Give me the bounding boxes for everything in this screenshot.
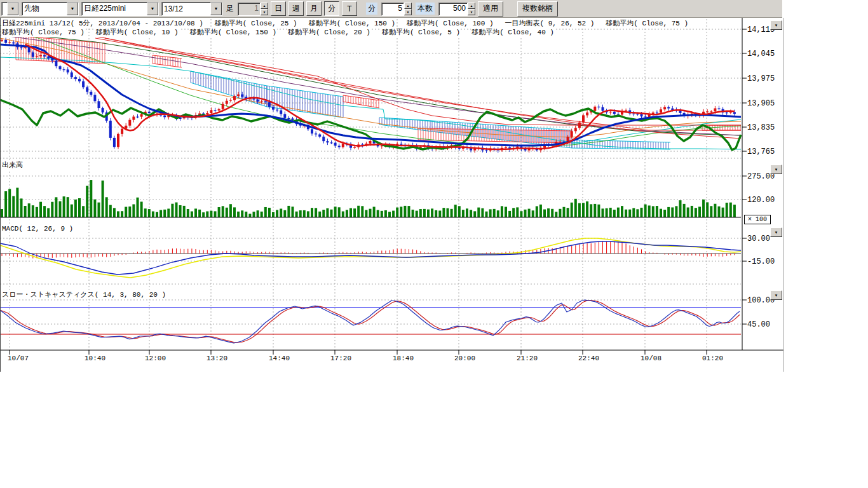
chevron-down-icon[interactable]: ▼: [67, 3, 78, 15]
legend-ma-25: 移動平均( Close, 25 ): [214, 18, 298, 28]
legend-ma-150: 移動平均( Close, 150 ): [308, 18, 396, 28]
gridlines: [0, 19, 741, 350]
category-value: 先物: [22, 3, 67, 14]
period-tick-button[interactable]: T: [342, 1, 357, 16]
chevron-down-icon: ▼: [775, 168, 778, 172]
spinner-down-icon[interactable]: ▼: [404, 9, 412, 15]
legend-ma-5: 移動平均( Close, 5 ): [381, 27, 461, 37]
apply-button[interactable]: 適用: [478, 1, 503, 17]
period-minute-button[interactable]: 分: [324, 1, 339, 16]
minute-label: 分: [366, 3, 377, 15]
contract-value: 13/12: [162, 4, 210, 13]
bar-interval-spinner[interactable]: 1 ▲ ▼: [238, 3, 268, 15]
volume-tick-label: 120.00: [747, 196, 775, 205]
macd-tick-label: 30.00: [747, 234, 770, 243]
stoch-panel-dropdown[interactable]: ▼: [770, 290, 782, 300]
legend-row-1: 日経225mini 13/12( 5分, 2013/10/04 - 2013/1…: [1, 18, 689, 28]
ichimoku-cloud: [16, 36, 741, 149]
price-tick-label: 13,765: [747, 147, 775, 156]
time-tick-label: 10/08: [641, 355, 661, 362]
symbol-value: 日経225mini: [82, 3, 147, 14]
time-tick-label: 10/07: [8, 355, 29, 362]
spinner-up-icon[interactable]: ▲: [468, 3, 475, 9]
contract-combobox[interactable]: 13/12 ▼: [161, 2, 222, 16]
chevron-down-icon[interactable]: ▼: [7, 3, 18, 15]
stoch-panel-series: [0, 300, 741, 343]
period-day-button[interactable]: 日: [271, 1, 286, 16]
time-tick-label: 01:20: [702, 355, 723, 362]
volume-bars: [1, 180, 736, 217]
count-value[interactable]: 500: [438, 3, 468, 16]
spinner-down-icon[interactable]: ▼: [468, 9, 475, 15]
time-tick-label: 22:40: [578, 355, 599, 362]
price-panel-dropdown[interactable]: ▼: [770, 20, 782, 30]
time-tick-label: 12:00: [145, 355, 166, 362]
bar-label: 足: [226, 3, 234, 14]
mini-combobox[interactable]: ▼: [1, 2, 19, 16]
bar-interval-value[interactable]: 1: [238, 3, 261, 16]
price-tick-label: 13,905: [747, 99, 775, 108]
legend-ma-40: 移動平均( Close, 40 ): [471, 27, 555, 37]
macd-panel-series: [0, 238, 741, 278]
category-combobox[interactable]: 先物 ▼: [22, 2, 79, 16]
spinner-up-icon[interactable]: ▲: [261, 3, 268, 9]
price-tick-label: 13,835: [747, 123, 775, 132]
legend-ichimoku: 一目均衡表( 9, 26, 52 ): [505, 18, 595, 28]
trading-app-screen: ▼ 先物 ▼ 日経225mini ▼ 13/12 ▼ 足 1 ▲ ▼ 日 週 月…: [0, 0, 868, 488]
time-tick-label: 13:20: [207, 355, 227, 362]
count-label: 本数: [416, 3, 435, 15]
spinner-up-icon[interactable]: ▲: [404, 3, 412, 9]
chevron-down-icon: ▼: [775, 231, 778, 234]
time-tick-label: 20:00: [454, 355, 475, 362]
volume-panel-dropdown[interactable]: ▼: [770, 165, 782, 174]
legend-ma-150b: 移動平均( Close, 150 ): [189, 27, 277, 37]
spinner-down-icon[interactable]: ▼: [261, 9, 268, 15]
time-tick-label: 21:20: [517, 355, 538, 362]
stoch-tick-label: 45.00: [747, 320, 770, 329]
time-tick-label: 10:40: [85, 355, 105, 362]
legend-instrument: 日経225mini 13/12( 5分, 2013/10/04 - 2013/1…: [1, 18, 204, 28]
time-tick-label: 17:20: [330, 355, 351, 362]
chevron-down-icon: ▼: [775, 294, 778, 297]
legend-ma-75: 移動平均( Close, 75 ): [605, 18, 689, 28]
panel-frame: [0, 18, 783, 372]
legend-ma-10: 移動平均( Close, 10 ): [95, 27, 179, 37]
chevron-down-icon[interactable]: ▼: [210, 3, 222, 15]
legend-ma-100: 移動平均( Close, 100 ): [406, 18, 494, 28]
macd-tick-label: -15.00: [747, 257, 775, 266]
stoch-panel-label: スロー・ストキャスティクス( 14, 3, 80, 20 ): [1, 290, 166, 299]
count-spinner[interactable]: 500 ▲ ▼: [438, 3, 475, 15]
chevron-down-icon[interactable]: ▼: [147, 3, 158, 15]
volume-multiplier-badge: × 100: [744, 215, 771, 224]
legend-ma-75b: 移動平均( Close, 75 ): [1, 27, 85, 37]
price-tick-label: 14,045: [747, 50, 775, 58]
chart-plot-area[interactable]: [0, 18, 783, 372]
volume-panel-label: 出来高: [1, 160, 24, 170]
chevron-down-icon: ▼: [775, 24, 778, 27]
minute-value[interactable]: 5: [381, 3, 404, 16]
toolbar: ▼ 先物 ▼ 日経225mini ▼ 13/12 ▼ 足 1 ▲ ▼ 日 週 月…: [0, 0, 782, 18]
minute-spinner[interactable]: 5 ▲ ▼: [381, 3, 412, 15]
symbol-combobox[interactable]: 日経225mini ▼: [81, 2, 159, 16]
period-week-button[interactable]: 週: [288, 1, 304, 16]
period-month-button[interactable]: 月: [306, 1, 322, 16]
legend-ma-20: 移動平均( Close, 20 ): [287, 27, 371, 37]
time-tick-label: 18:40: [393, 355, 414, 362]
multi-symbol-button[interactable]: 複数銘柄: [517, 1, 558, 17]
macd-panel-dropdown[interactable]: ▼: [770, 227, 782, 237]
time-tick-label: 14:40: [269, 355, 290, 362]
macd-panel-label: MACD( 12, 26, 9 ): [1, 225, 74, 233]
legend-row-2: 移動平均( Close, 75 ) 移動平均( Close, 10 ) 移動平均…: [1, 27, 555, 37]
price-tick-label: 13,975: [747, 74, 775, 83]
